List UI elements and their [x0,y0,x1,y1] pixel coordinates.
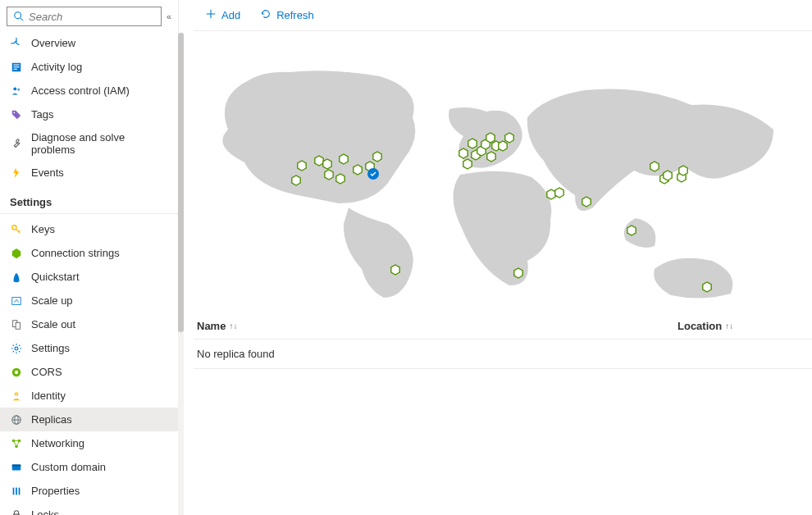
wrench-icon [10,137,23,150]
svg-rect-26 [12,464,21,466]
sidebar-item-label: Quickstart [31,271,80,283]
sort-icon: ↑↓ [725,321,733,330]
region-marker[interactable] [354,165,362,175]
refresh-button[interactable]: Refresh [252,5,322,25]
region-marker[interactable] [336,174,344,184]
sidebar-item-connection-strings[interactable]: Connection strings [0,241,178,265]
column-header-name[interactable]: Name ↑↓ [197,320,677,332]
sidebar-item-label: Scale out [31,318,75,330]
properties-icon [10,485,23,498]
sidebar-item-events[interactable]: Events [0,161,178,185]
sidebar-item-networking[interactable]: Networking [0,431,178,455]
sidebar-item-label: Events [31,166,64,179]
region-marker[interactable] [340,154,348,164]
sidebar-item-label: Properties [31,485,80,497]
sidebar-item-diagnose[interactable]: Diagnose and solve problems [0,126,178,161]
svg-point-16 [15,370,18,373]
region-marker[interactable] [391,265,399,275]
region-marker[interactable] [505,133,513,143]
sidebar-item-cors[interactable]: CORS [0,360,178,384]
svg-point-14 [15,347,18,350]
sidebar-item-label: Scale up [31,294,73,307]
region-marker[interactable] [486,133,495,143]
region-marker[interactable] [373,152,381,162]
sidebar-item-locks[interactable]: Locks [0,503,178,515]
region-marker[interactable] [292,175,300,185]
svg-rect-5 [14,68,17,69]
refresh-button-label: Refresh [276,9,314,21]
region-marker[interactable] [459,148,468,158]
region-marker[interactable] [627,226,636,235]
sidebar-item-scale-up[interactable]: Scale up [0,289,178,312]
sidebar-item-label: Overview [31,37,75,49]
sidebar-item-keys[interactable]: Keys [0,217,178,241]
region-marker[interactable] [703,282,711,292]
region-marker[interactable] [547,189,555,199]
region-marker[interactable] [325,170,333,180]
svg-rect-11 [12,297,21,304]
region-marker[interactable] [664,171,672,180]
tag-icon [10,108,23,121]
sidebar-item-label: Settings [31,342,70,354]
region-marker[interactable] [650,162,659,171]
scrollbar[interactable] [178,33,184,515]
quickstart-icon [10,271,23,284]
region-marker[interactable] [582,197,591,207]
sidebar-item-custom-domain[interactable]: Custom domain [0,455,178,479]
plus-icon [205,8,217,22]
sidebar-item-identity[interactable]: Identity [0,384,178,408]
region-marker[interactable] [499,141,507,151]
lock-icon [10,508,23,516]
sidebar-item-label: CORS [31,366,62,378]
region-marker[interactable] [468,139,477,148]
sidebar-item-overview[interactable]: Overview [0,31,178,55]
svg-rect-27 [13,487,15,494]
scroll-thumb[interactable] [178,33,184,332]
collapse-sidebar-button[interactable]: « [167,11,171,21]
region-marker[interactable] [315,156,323,166]
scale-up-icon [10,294,23,308]
sidebar-item-label: Activity log [31,61,82,73]
svg-point-7 [17,88,20,90]
svg-rect-28 [16,487,17,494]
world-map[interactable] [194,39,812,302]
column-name-label: Name [197,320,226,332]
sidebar-item-tags[interactable]: Tags [0,103,178,126]
sidebar-item-quickstart[interactable]: Quickstart [0,265,178,289]
search-box[interactable] [7,7,162,26]
sidebar-item-activity-log[interactable]: Activity log [0,55,178,79]
replicas-table: Name ↑↓ Location ↑↓ No replica found [194,315,812,369]
column-header-location[interactable]: Location ↑↓ [677,320,809,332]
svg-point-8 [14,112,16,113]
key-icon [10,223,23,236]
sidebar-item-settings[interactable]: Settings [0,336,178,360]
sidebar-item-scale-out[interactable]: Scale out [0,312,178,336]
svg-point-18 [16,393,17,394]
region-marker[interactable] [679,166,687,175]
region-marker[interactable] [298,161,306,171]
region-marker[interactable] [555,188,563,198]
region-marker[interactable] [514,268,522,278]
sidebar-nav: OverviewActivity logAccess control (IAM)… [0,31,178,515]
add-button[interactable]: Add [197,5,249,25]
svg-rect-3 [14,64,20,65]
sidebar-item-properties[interactable]: Properties [0,479,178,503]
region-marker[interactable] [463,159,472,169]
sidebar-item-replicas[interactable]: Replicas [0,408,178,431]
search-icon [12,10,25,23]
add-button-label: Add [221,9,240,21]
overview-icon [10,37,23,50]
region-marker[interactable] [323,159,331,169]
column-location-label: Location [677,320,722,332]
sidebar-item-access-control[interactable]: Access control (IAM) [0,79,178,103]
cors-icon [10,366,23,379]
activity-log-icon [10,61,23,74]
svg-rect-29 [19,487,21,494]
region-marker[interactable] [487,152,495,162]
search-input[interactable] [29,11,156,23]
sidebar-item-label: Replicas [31,413,72,426]
networking-icon [10,437,23,450]
sidebar-item-label: Custom domain [31,461,106,473]
scale-out-icon [10,318,23,331]
connection-icon [10,247,23,260]
